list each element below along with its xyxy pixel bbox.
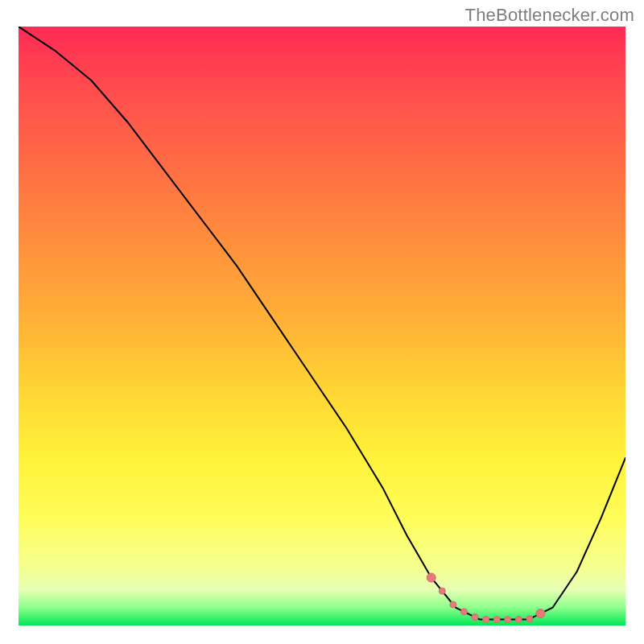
flat-zone-markers: [427, 573, 545, 623]
flat-zone-dot: [450, 601, 456, 608]
attribution-text: TheBottlenecker.com: [465, 5, 634, 26]
curve-layer: [19, 27, 625, 625]
bottleneck-curve-path: [19, 27, 625, 620]
flat-zone-dot: [536, 609, 545, 618]
flat-zone-dot: [472, 614, 478, 621]
flat-zone-dot: [515, 617, 522, 623]
flat-zone-dot: [427, 573, 436, 582]
flat-zone-dot: [439, 588, 445, 594]
flat-zone-dot: [526, 616, 533, 622]
flat-zone-dot: [505, 617, 511, 623]
flat-zone-dot: [483, 617, 489, 623]
flat-zone-dot: [460, 609, 467, 615]
chart-area: [19, 27, 625, 625]
flat-zone-dot: [493, 617, 500, 623]
